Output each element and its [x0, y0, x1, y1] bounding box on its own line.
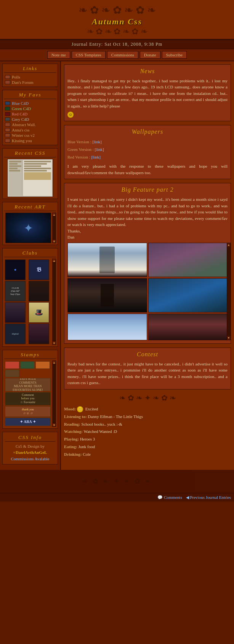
nav-bar: Note me CSS Templates Commissions Donate… [0, 49, 234, 61]
css-line-4 [9, 168, 18, 169]
big-feature-box: Big Feature part 2 I want to say that i … [64, 183, 231, 344]
comments-link[interactable]: 💬 Comments [157, 495, 182, 500]
club-item-6[interactable]: 🎩 [29, 302, 49, 323]
css-templates-button[interactable]: CSS Templates [72, 51, 106, 59]
annas-icon [5, 128, 10, 132]
css-info-name: =Dan4ArthAnGeL [13, 450, 47, 455]
journal-entry-text: Journal Entry: Sat Oct 18, 2008, 9:38 Pm [72, 42, 162, 47]
css-content-line-1 [24, 161, 51, 162]
favs-title: My Favs [4, 92, 56, 99]
red-version: Red Version : [link] [67, 154, 228, 161]
club-item-3[interactable]: CLUB25th·90°Sep·25px [5, 281, 26, 301]
stamp-3 [35, 361, 50, 369]
favs-box: My Favs Blue C4D Green C4D Red C4D Grey … [2, 90, 58, 145]
donate-button[interactable]: Donate [140, 51, 160, 59]
listening-label: Listening to: [64, 414, 87, 419]
club-item-4[interactable] [29, 281, 49, 301]
mood-icon: 😊 [77, 406, 83, 412]
recent-art-preview[interactable]: ✦ [5, 213, 51, 243]
abstract-wall-link[interactable]: Abstract Wall. [4, 122, 56, 127]
comments-label: Comments [164, 495, 182, 500]
grid-image-5[interactable] [67, 314, 147, 340]
css-line-2 [9, 163, 18, 165]
kissing-you-link[interactable]: Kissing you [4, 138, 56, 143]
art-scroll-up[interactable]: ▲ [52, 213, 56, 216]
art-scroll-down[interactable]: ▼ [52, 239, 56, 243]
green-c4d-label: Green C4D [12, 106, 31, 111]
polls-icon [5, 75, 10, 79]
css-preview-image [24, 172, 51, 180]
stamps-box: Stamps FAVS WITHCOMMENTSMEAN MORE THANFA… [2, 350, 58, 429]
recent-css-preview[interactable] [7, 159, 53, 197]
image-scroll-down[interactable]: ▼ [227, 336, 230, 340]
drinking-label: Drinking: [64, 452, 82, 457]
clubs-grid: ★ 𝔅 CLUB25th·90°Sep·25px 🎩 digital [4, 259, 52, 345]
css-info-commissions[interactable]: Commissions Avalable [11, 457, 50, 461]
commissions-button[interactable]: Commissions [107, 51, 138, 59]
winter-css-link[interactable]: Winter css v2 [4, 133, 56, 138]
css-line-3 [9, 165, 21, 167]
css-line-5 [9, 170, 20, 171]
image-grid [67, 243, 228, 340]
stamps-scroll-up[interactable]: ▲ [52, 360, 56, 364]
contest-title: Contest [67, 351, 228, 358]
wallpapers-title: Wallpapers [67, 128, 228, 135]
club-item-1[interactable]: ★ [5, 260, 26, 280]
stamp-ara: ✦ ARA ✦ [5, 418, 51, 426]
club-item-2[interactable]: 𝔅 [29, 260, 49, 280]
watching-row: Watching: Watched Wanted :D [64, 428, 231, 436]
blue-version: Blue Version : [link] [67, 138, 228, 146]
abstract-icon [5, 123, 10, 127]
club-item-8[interactable] [29, 324, 49, 344]
eating-row: Eating: Junk food [64, 443, 231, 451]
red-c4d-icon [5, 112, 10, 116]
polls-link[interactable]: Polls [4, 74, 56, 80]
note-me-button[interactable]: Note me [47, 51, 70, 59]
mood-row: Mood: 😊 Excited [64, 405, 231, 413]
drinking-row: Drinking: Cole [64, 451, 231, 458]
polls-label: Polls [12, 75, 20, 79]
grid-image-4[interactable] [148, 278, 228, 312]
image-scroll-up[interactable]: ▲ [227, 243, 230, 247]
links-box: Links Polls Dan's Forum [2, 64, 58, 87]
css-content-line-4 [24, 168, 51, 169]
red-c4d-link[interactable]: Red C4D [4, 111, 56, 117]
grid-image-3[interactable] [67, 278, 147, 312]
recent-css-title: Recent CSS [4, 150, 56, 157]
blue-version-link[interactable]: [link] [93, 139, 102, 144]
blue-c4d-link[interactable]: Blue C4D [4, 101, 56, 106]
playing-row: Playing: Heroes 3 [64, 436, 231, 443]
grey-c4d-icon [5, 117, 10, 121]
contest-text: Realy bad news for the contest.. it just… [67, 361, 228, 386]
club-item-5[interactable] [5, 302, 26, 323]
green-c4d-link[interactable]: Green C4D [4, 106, 56, 111]
grid-image-1[interactable] [67, 243, 147, 277]
red-version-link[interactable]: [link] [91, 155, 100, 159]
prev-label: Previous Journal Entries [190, 495, 231, 500]
clubs-scroll-up[interactable]: ▲ [52, 259, 56, 263]
css-content-line-2 [24, 163, 47, 165]
art-scrollbar: ▲ ▼ [52, 213, 56, 243]
dans-forum-link[interactable]: Dan's Forum [4, 80, 56, 85]
blue-version-label: Blue Version : [67, 139, 93, 144]
clubs-title: Clubs [4, 250, 56, 257]
annas-css-link[interactable]: Anna's css [4, 127, 56, 133]
grid-image-2[interactable] [148, 243, 228, 277]
figure-silhouette-2 [101, 284, 114, 307]
stamp-thankyou: thank you☆ ☺ ☆ [5, 406, 51, 417]
grey-c4d-link[interactable]: Grey C4D [4, 117, 56, 122]
blue-c4d-icon [5, 101, 10, 105]
previous-journal-link[interactable]: ◀ Previous Journal Entries [186, 495, 231, 500]
stamps-scroll-down[interactable]: ▼ [52, 423, 56, 427]
footer: 💬 Comments ◀ Previous Journal Entries [0, 493, 234, 501]
stamps-grid: FAVS WITHCOMMENTSMEAN MORE THANFAVOURITE… [4, 360, 52, 427]
grid-image-6[interactable] [148, 314, 228, 340]
clubs-scroll-down[interactable]: ▼ [52, 341, 56, 345]
green-version-link[interactable]: [link] [95, 147, 104, 152]
stamp-favs-comment: FAVS WITHCOMMENTSMEAN MORE THANFAVOURITE… [5, 378, 51, 391]
art-scroll-wrapper: ✦ ▲ ▼ [4, 213, 56, 243]
subscribe-button[interactable]: Subscribe [162, 51, 187, 59]
links-title: Links [4, 66, 56, 73]
club-item-7[interactable]: digital [5, 324, 26, 344]
eating-value: Junk food [79, 444, 95, 449]
